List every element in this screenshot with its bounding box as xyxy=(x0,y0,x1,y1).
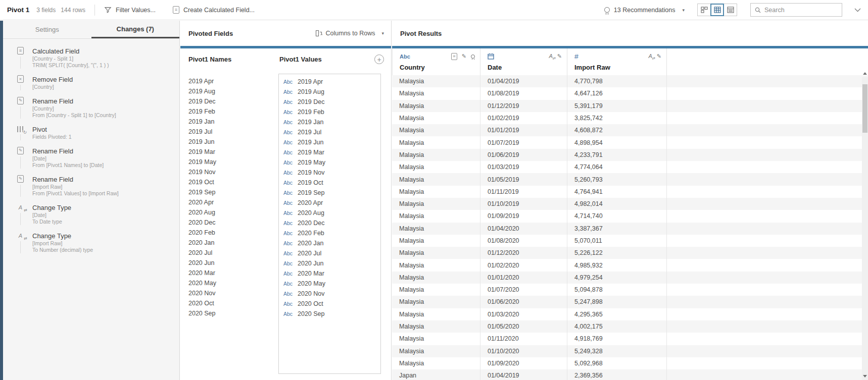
pivot-name-item[interactable]: 2020 Apr xyxy=(188,197,278,207)
view-list-button[interactable] xyxy=(724,4,737,16)
pivot-value-item[interactable]: Abc 2020 Oct xyxy=(279,299,380,309)
table-row[interactable]: Malaysia 01/03/2019 4,774,064 xyxy=(392,161,868,173)
table-row[interactable]: Malaysia 01/11/2019 4,764,941 xyxy=(392,186,868,198)
change-item[interactable]: Remove Field [Country] xyxy=(17,75,174,90)
pivot-mode-dropdown[interactable]: Columns to Rows ▾ xyxy=(315,30,384,37)
scroll-down-arrow[interactable] xyxy=(862,373,868,379)
pivot-name-item[interactable]: 2020 Oct xyxy=(188,298,278,308)
pivot-name-item[interactable]: 2020 Aug xyxy=(188,207,278,218)
pivot-value-item[interactable]: Abc 2019 Jan xyxy=(279,117,380,127)
pivot-name-item[interactable]: 2020 Sep xyxy=(188,308,278,318)
pivot-value-item[interactable]: Abc 2020 Feb xyxy=(279,228,380,238)
recommendation-lightbulb-icon[interactable] xyxy=(471,55,475,59)
pivot-value-item[interactable]: Abc 2019 Apr xyxy=(279,77,380,87)
change-item[interactable]: Rename Field [Country] From [Country - S… xyxy=(17,97,174,119)
pivot-value-item[interactable]: Abc 2019 Sep xyxy=(279,188,380,198)
scroll-up-arrow[interactable] xyxy=(862,70,868,76)
pivot-value-item[interactable]: Abc 2020 Jan xyxy=(279,238,380,248)
table-row[interactable]: Malaysia 01/10/2019 4,982,014 xyxy=(392,198,868,210)
rename-icon[interactable]: ✎ xyxy=(462,53,466,59)
tab-settings[interactable]: Settings xyxy=(3,21,91,38)
change-item[interactable]: Calculated Field [Country - Split 1] TRI… xyxy=(17,47,174,69)
pivot-name-item[interactable]: 2019 Nov xyxy=(188,167,278,177)
view-cards-button[interactable] xyxy=(697,4,711,16)
table-row[interactable]: Malaysia 01/12/2020 5,226,122 xyxy=(392,247,868,259)
pivot-value-item[interactable]: Abc 2019 Nov xyxy=(279,168,380,178)
filter-values-button[interactable]: Filter Values... xyxy=(104,6,156,14)
pivot-value-item[interactable]: Abc 2020 Mar xyxy=(279,268,380,279)
pivot-name-item[interactable]: 2019 Sep xyxy=(188,187,278,197)
table-row[interactable]: Malaysia 01/02/2019 3,825,742 xyxy=(392,112,868,124)
tab-changes[interactable]: Changes (7) xyxy=(91,21,180,38)
pivot-name-item[interactable]: 2020 Feb xyxy=(188,228,278,238)
change-item[interactable]: Pivot Fields Pivoted: 1 xyxy=(17,125,174,140)
table-row[interactable]: Malaysia 01/08/2020 5,070,011 xyxy=(392,235,868,247)
pivot-name-item[interactable]: 2019 May xyxy=(188,157,278,167)
pivot-value-item[interactable]: Abc 2020 Nov xyxy=(279,289,380,299)
change-item[interactable]: Change Type [Date] To Date type xyxy=(17,203,174,225)
pivot-value-item[interactable]: Abc 2020 May xyxy=(279,279,380,289)
pivot-value-item[interactable]: Abc 2019 Feb xyxy=(279,107,380,117)
search-box[interactable] xyxy=(750,3,842,17)
add-values-button[interactable]: + xyxy=(374,55,384,64)
table-row[interactable]: Malaysia 01/10/2020 5,249,328 xyxy=(392,345,868,357)
pivot-name-item[interactable]: 2020 May xyxy=(188,278,278,288)
change-data-type-icon[interactable]: A xyxy=(549,53,552,59)
pivot-name-item[interactable]: 2020 Nov xyxy=(188,288,278,298)
vertical-scrollbar[interactable] xyxy=(862,77,868,380)
change-data-type-icon[interactable]: A xyxy=(648,53,652,59)
table-row[interactable]: Malaysia 01/04/2020 3,387,367 xyxy=(392,223,868,235)
pivot-value-item[interactable]: Abc 2019 Aug xyxy=(279,87,380,97)
table-row[interactable]: Malaysia 01/05/2020 4,002,175 xyxy=(392,320,868,333)
table-row[interactable]: Malaysia 01/11/2020 4,918,769 xyxy=(392,333,868,345)
pivot-value-item[interactable]: Abc 2020 Aug xyxy=(279,208,380,218)
rename-icon[interactable]: ✎ xyxy=(557,53,562,59)
table-row[interactable]: Malaysia 01/01/2020 4,979,254 xyxy=(392,272,868,284)
change-item[interactable]: Rename Field [Import Raw] From [Pivot1 V… xyxy=(17,175,174,197)
pivot-value-item[interactable]: Abc 2020 Jun xyxy=(279,258,380,268)
collapse-chevron-icon[interactable] xyxy=(854,8,861,12)
pivot-name-item[interactable]: 2019 Jun xyxy=(188,137,278,147)
change-item[interactable]: Change Type [Import Raw] To Number (deci… xyxy=(17,232,174,253)
table-row[interactable]: Malaysia 01/04/2019 4,770,798 xyxy=(392,75,868,87)
pivot-name-item[interactable]: 2019 Aug xyxy=(188,86,278,96)
rename-icon[interactable]: ✎ xyxy=(657,53,661,59)
pivot-name-item[interactable]: 2020 Jul xyxy=(188,248,278,258)
table-row[interactable]: Malaysia 01/06/2019 4,233,791 xyxy=(392,149,868,161)
calculated-field-icon[interactable] xyxy=(451,53,457,60)
table-row[interactable]: Malaysia 01/01/2019 4,608,872 xyxy=(392,124,868,136)
table-row[interactable]: Malaysia 01/02/2020 4,985,932 xyxy=(392,259,868,271)
pivot-value-item[interactable]: Abc 2019 May xyxy=(279,157,380,168)
table-row[interactable]: Malaysia 01/12/2019 5,391,179 xyxy=(392,100,868,112)
pivot-value-item[interactable]: Abc 2019 Mar xyxy=(279,147,380,157)
pivot-name-item[interactable]: 2019 Mar xyxy=(188,147,278,157)
pivot-value-item[interactable]: Abc 2020 Sep xyxy=(279,309,380,319)
pivot-value-item[interactable]: Abc 2020 Apr xyxy=(279,198,380,208)
column-header-date[interactable]: A ✎ Date xyxy=(480,48,567,75)
column-header-import-raw[interactable]: # A ✎ Import Raw xyxy=(567,48,667,75)
pivot-name-item[interactable]: 2019 Feb xyxy=(188,106,278,117)
table-row[interactable]: Malaysia 01/09/2020 5,092,968 xyxy=(392,357,868,369)
table-row[interactable]: Malaysia 01/09/2019 4,714,740 xyxy=(392,210,868,222)
table-row[interactable]: Japan 01/04/2019 2,369,356 xyxy=(392,369,868,380)
string-type-icon[interactable]: Abc xyxy=(400,53,410,60)
pivot-name-item[interactable]: 2019 Jan xyxy=(188,117,278,127)
pivot-name-item[interactable]: 2020 Jan xyxy=(188,238,278,248)
pivot-value-item[interactable]: Abc 2019 Jul xyxy=(279,127,380,137)
calendar-type-icon[interactable] xyxy=(488,53,494,60)
table-row[interactable]: Malaysia 01/05/2019 5,260,793 xyxy=(392,173,868,185)
scrollbar-thumb[interactable] xyxy=(862,84,867,133)
number-type-icon[interactable]: # xyxy=(574,52,578,61)
change-item[interactable]: Rename Field [Date] From [Pivot1 Names] … xyxy=(17,147,174,169)
recommendations-button[interactable]: 13 Recommendations ▾ xyxy=(604,7,685,14)
pivot-name-item[interactable]: 2019 Dec xyxy=(188,96,278,106)
table-row[interactable]: Malaysia 01/03/2020 4,295,365 xyxy=(392,308,868,320)
pivot-value-item[interactable]: Abc 2020 Jul xyxy=(279,248,380,258)
column-header-country[interactable]: Abc ✎ Country xyxy=(392,48,480,75)
pivot-value-item[interactable]: Abc 2019 Dec xyxy=(279,97,380,107)
pivot-name-item[interactable]: 2020 Jun xyxy=(188,258,278,268)
create-calculated-field-button[interactable]: Create Calculated Field... xyxy=(173,6,255,14)
pivot-name-item[interactable]: 2020 Mar xyxy=(188,268,278,278)
pivot-name-item[interactable]: 2019 Jul xyxy=(188,127,278,137)
table-row[interactable]: Malaysia 01/06/2020 5,247,898 xyxy=(392,296,868,308)
